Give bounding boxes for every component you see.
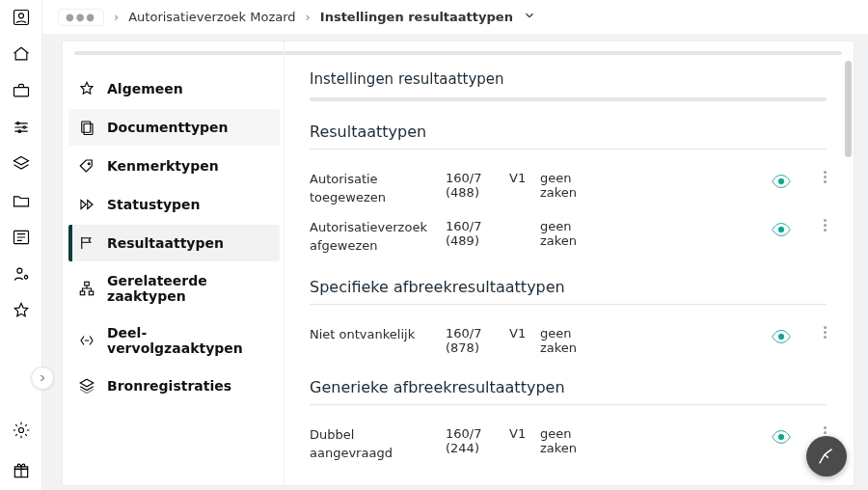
app-rail [0,0,42,490]
visibility-button[interactable] [771,426,792,450]
sidebar-item-label: Deel-vervolgzaaktypen [107,325,270,356]
svg-point-7 [16,268,21,273]
svg-point-17 [778,178,784,184]
briefcase-icon[interactable] [12,81,31,100]
fast-forward-icon [78,196,95,213]
visibility-button[interactable] [771,326,792,350]
chevron-down-icon[interactable] [523,9,536,25]
svg-rect-15 [80,291,85,295]
row-name: Autorisatie toegewezen [310,171,440,207]
sidebar-item-label: Algemeen [107,81,183,96]
profile-icon[interactable] [12,8,31,27]
stack-icon [78,377,95,395]
svg-point-18 [778,227,784,232]
svg-point-13 [88,163,90,165]
row-code: 160/7 (244) [446,426,503,455]
user-settings-icon[interactable] [12,264,31,284]
sidebar-item-label: Resultaattypen [107,235,224,251]
sidebar-item-gerelateerde-zaaktypen[interactable]: Gerelateerde zaaktypen [68,263,280,313]
sidebar-item-kenmerktypen[interactable]: Kenmerktypen [68,148,280,184]
svg-point-9 [18,428,23,433]
sidebar-item-label: Documenttypen [107,120,229,135]
main-panel: Algemeen Documenttypen Kenmerktypen Stat… [62,41,854,486]
section-heading: Generieke afbreekresultaattypen [310,378,827,396]
newspaper-icon[interactable] [12,228,31,247]
sidebar-item-deel-vervolgzaaktypen[interactable]: Deel-vervolgzaaktypen [68,315,280,366]
row-status: geen zaken [540,326,608,355]
section-heading: Specifieke afbreekresultaattypen [310,278,827,296]
row-name: Niet ontvankelijk [310,326,440,344]
star-outline-icon [78,80,95,97]
row-code: 160/7 (878) [446,326,503,355]
hierarchy-icon [78,280,95,297]
sliders-icon[interactable] [12,118,31,137]
documents-icon [78,119,95,136]
divider [310,97,827,101]
row-status: geen zaken [540,219,608,248]
section-heading: Resultaattypen [310,122,827,141]
visibility-button[interactable] [771,171,792,195]
row-version: V1 [509,171,534,185]
sidebar-item-label: Kenmerktypen [107,158,219,174]
tag-icon [78,157,95,175]
row-code: 160/7 (489) [446,219,503,248]
sidebar-item-algemeen[interactable]: Algemeen [68,70,280,107]
row-actions-button[interactable] [824,326,827,339]
row-version: V1 [509,426,534,441]
sidebar-item-label: Statustypen [107,197,201,212]
table-row: Niet ontvankelijk 160/7 (878) V1 geen za… [310,320,827,361]
sidebar-item-label: Gerelateerde zaaktypen [107,273,270,304]
chevron-right-icon: › [306,10,311,24]
page-title: Instellingen resultaattypen [310,70,827,88]
svg-rect-14 [85,282,90,286]
svg-point-1 [18,14,23,18]
svg-rect-2 [14,88,28,96]
breadcrumb-level1[interactable]: Autorisatieverzoek Mozard [128,10,295,24]
row-version: V1 [509,326,534,340]
gear-icon[interactable] [12,421,31,440]
row-name: Autorisatieverzoek afgewezen [310,219,440,256]
divider [310,149,827,150]
table-row: Autorisatieverzoek afgewezen 160/7 (489)… [310,213,827,261]
divider [310,304,827,305]
row-status: geen zaken [540,171,608,200]
svg-rect-16 [89,291,94,295]
sidebar-item-resultaattypen[interactable]: Resultaattypen [68,225,280,261]
home-icon[interactable] [12,44,31,64]
layers-icon[interactable] [12,154,31,174]
row-actions-button[interactable] [824,219,827,231]
row-code: 160/7 (488) [446,171,503,200]
breadcrumb-bar: ●●● › Autorisatieverzoek Mozard › Instel… [42,0,868,34]
settings-sidebar: Algemeen Documenttypen Kenmerktypen Stat… [63,41,285,485]
svg-point-19 [778,335,784,340]
row-status: geen zaken [540,426,608,455]
flag-icon [78,234,95,252]
svg-point-20 [778,435,784,441]
svg-point-8 [24,276,27,279]
star-icon[interactable] [12,301,31,320]
folder-icon[interactable] [12,191,31,210]
visibility-button[interactable] [771,219,792,243]
content-area: Instellingen resultaattypen Resultaattyp… [285,41,854,485]
sidebar-item-bronregistraties[interactable]: Bronregistraties [68,368,280,404]
sidebar-item-statustypen[interactable]: Statustypen [68,186,280,223]
table-row: Autorisatie toegewezen 160/7 (488) V1 ge… [310,165,827,213]
scrollbar[interactable] [845,61,852,427]
split-icon [78,332,95,349]
breadcrumb-root-menu[interactable]: ●●● [58,9,104,26]
sidebar-item-label: Bronregistraties [107,378,231,394]
row-actions-button[interactable] [824,171,827,183]
rail-expand-button[interactable] [31,367,54,390]
breadcrumb-current: Instellingen resultaattypen [320,10,513,24]
divider [310,404,827,405]
row-name: Dubbel aangevraagd [310,426,440,463]
table-row: Dubbel aangevraagd 160/7 (244) V1 geen z… [310,421,827,469]
chevron-right-icon: › [114,10,119,24]
sidebar-item-documenttypen[interactable]: Documenttypen [68,109,280,146]
help-fab[interactable] [806,436,847,476]
gift-icon[interactable] [12,461,31,480]
